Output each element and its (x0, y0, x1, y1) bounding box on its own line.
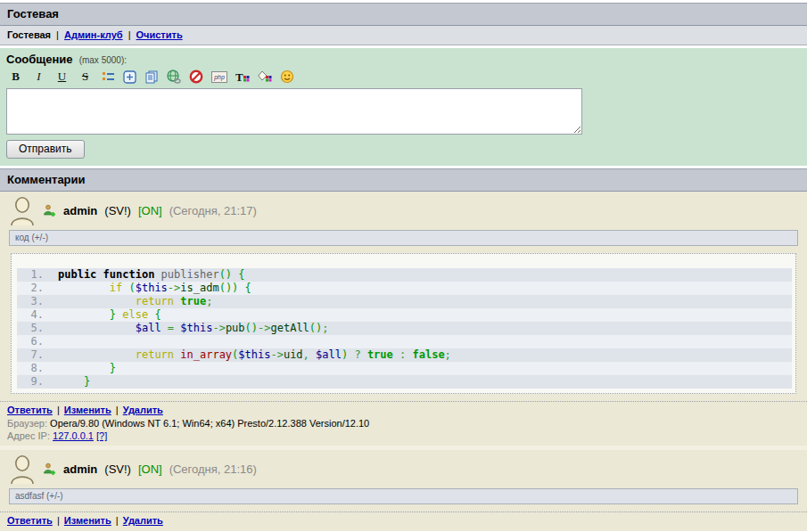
message-form: Сообщение (max 5000): B I U S (0, 48, 807, 166)
expand-icon[interactable] (123, 70, 136, 84)
ip-info-row: Адрес IP: 127.0.0.1 [?] (0, 430, 807, 442)
message-input[interactable] (6, 88, 582, 135)
code-line: 4. } else { (17, 308, 792, 322)
ip-label: Адрес IP: (7, 430, 50, 441)
message-spoiler-toggle[interactable]: asdfasf (+/-) (9, 488, 798, 504)
list-icon[interactable] (101, 70, 115, 83)
php-icon-label: php (211, 72, 227, 82)
comments-section-title: Комментарии (0, 168, 807, 192)
code-line: 3. return true; (17, 295, 792, 308)
code-block: 1.public function publisher() {2. if ($t… (11, 253, 796, 394)
comment-author-suffix: (SV!) (104, 462, 131, 476)
code-line: 2. if ($this->is_adm()) { (17, 282, 792, 295)
comment-author: admin (63, 462, 97, 476)
code-line: 7. return in_array($this->uid, $all) ? t… (17, 348, 792, 362)
delete-link[interactable]: Удалить (123, 405, 163, 415)
italic-icon[interactable]: I (31, 70, 46, 84)
comment-actions: Ответить | Изменить | Удалить (0, 512, 807, 528)
format-toolbar: B I U S (6, 68, 801, 88)
code-line: 8. } (17, 362, 792, 375)
avatar (9, 196, 36, 226)
code-line: 9. } (17, 375, 792, 389)
browser-info-row: Браузер: Opera/9.80 (Windows NT 6.1; Win… (0, 417, 807, 430)
line-number: 5. (17, 322, 44, 335)
send-button[interactable]: Отправить (6, 140, 85, 159)
browser-label: Браузер: (7, 418, 47, 429)
browser-value: Opera/9.80 (Windows NT 6.1; Win64; x64) … (50, 418, 369, 429)
comment-header: admin (SV!) [ON] (Сегодня, 21:17) (0, 192, 807, 229)
user-status-icon (43, 462, 56, 476)
nav-item-guestbook-current: Гостевая (7, 29, 51, 40)
nav-separator: | (54, 29, 62, 40)
comment-timestamp: (Сегодня, 21:17) (169, 204, 257, 217)
comment-item: admin (SV!) [ON] (Сегодня, 21:16) asdfas… (0, 450, 807, 531)
ip-address-link[interactable]: 127.0.0.1 (53, 430, 94, 441)
copy-icon[interactable] (144, 70, 159, 84)
actions-separator: | (114, 515, 120, 526)
code-line: 6. (17, 335, 792, 348)
strikethrough-icon[interactable]: S (78, 70, 93, 84)
actions-separator: | (55, 405, 62, 415)
comment-actions: Ответить | Изменить | Удалить (0, 402, 807, 417)
reply-link[interactable]: Ответить (7, 515, 53, 526)
edit-link[interactable]: Изменить (64, 405, 111, 415)
reply-link[interactable]: Ответить (7, 405, 53, 415)
avatar (9, 454, 36, 485)
nav-separator: | (126, 29, 134, 40)
link-globe-icon[interactable] (167, 70, 181, 84)
comment-item: admin (SV!) [ON] (Сегодня, 21:17) код (+… (0, 192, 807, 446)
smiley-icon[interactable] (280, 70, 294, 84)
nav-link-admin-club[interactable]: Админ-клуб (64, 29, 123, 40)
message-label-row: Сообщение (max 5000): (6, 53, 801, 66)
comment-author: admin (63, 204, 97, 217)
comment-header: admin (SV!) [ON] (Сегодня, 21:16) (0, 450, 807, 487)
line-number: 7. (17, 348, 44, 362)
online-status-badge: [ON] (138, 204, 162, 217)
fill-color-icon[interactable] (258, 70, 272, 84)
online-status-badge: [ON] (138, 462, 162, 476)
ip-help-link[interactable]: [?] (96, 430, 107, 441)
comment-timestamp: (Сегодня, 21:16) (169, 462, 257, 476)
line-number: 4. (17, 308, 44, 322)
bold-icon[interactable]: B (8, 70, 23, 84)
code-line: 1.public function publisher() { (17, 268, 792, 282)
delete-link[interactable]: Удалить (123, 515, 163, 526)
line-number: 1. (17, 268, 44, 282)
line-number: 2. (17, 282, 44, 295)
font-color-icon[interactable]: T (235, 70, 250, 84)
edit-link[interactable]: Изменить (64, 515, 111, 526)
php-code-icon[interactable]: php (211, 71, 227, 83)
breadcrumb-nav: Гостевая | Админ-клуб | Очистить (0, 26, 807, 45)
code-line: 5. $all = $this->pub()->getAll(); (17, 322, 792, 335)
code-spoiler-toggle[interactable]: код (+/-) (9, 230, 798, 246)
comment-author-suffix: (SV!) (104, 204, 131, 217)
nav-link-clear[interactable]: Очистить (136, 29, 183, 40)
svg-text:T: T (235, 70, 243, 84)
user-status-icon (43, 204, 56, 217)
code-lines: 1.public function publisher() {2. if ($t… (17, 268, 792, 389)
block-icon[interactable] (189, 70, 203, 84)
message-max-hint: (max 5000): (79, 55, 127, 65)
line-number: 9. (17, 375, 44, 389)
line-number: 3. (17, 295, 44, 308)
actions-separator: | (114, 405, 120, 415)
message-label: Сообщение (6, 53, 73, 66)
line-number: 6. (17, 335, 44, 348)
page-title: Гостевая (0, 3, 807, 26)
underline-icon[interactable]: U (54, 70, 70, 84)
line-number: 8. (17, 362, 44, 375)
actions-separator: | (55, 515, 62, 526)
